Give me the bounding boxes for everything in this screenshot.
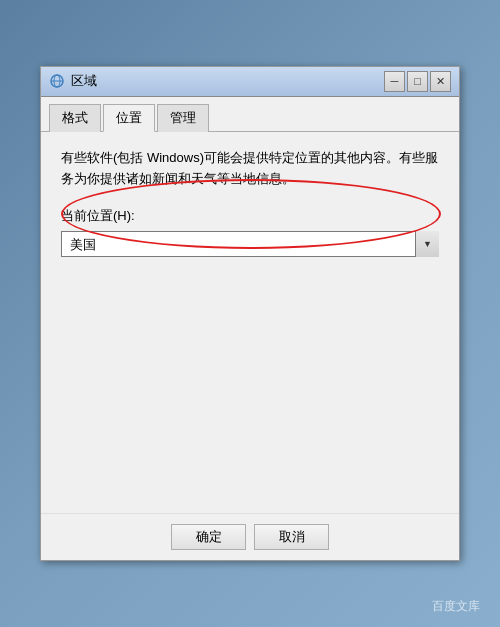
cancel-button[interactable]: 取消 xyxy=(254,524,329,550)
field-label: 当前位置(H): xyxy=(61,207,439,225)
tab-format[interactable]: 格式 xyxy=(49,104,101,132)
ok-button[interactable]: 确定 xyxy=(171,524,246,550)
location-select[interactable]: 美国 中国 日本 德国 法国 英国 xyxy=(61,231,439,257)
watermark: 百度文库 xyxy=(432,598,480,615)
window-icon xyxy=(49,73,65,89)
window-controls: ─ □ ✕ xyxy=(384,71,451,92)
tabs-bar: 格式 位置 管理 xyxy=(41,97,459,132)
tab-location[interactable]: 位置 xyxy=(103,104,155,132)
close-button[interactable]: ✕ xyxy=(430,71,451,92)
window-title: 区域 xyxy=(71,72,384,90)
empty-area xyxy=(61,257,439,497)
title-bar: 区域 ─ □ ✕ xyxy=(41,67,459,97)
footer-bar: 确定 取消 xyxy=(41,513,459,560)
region-dialog: 区域 ─ □ ✕ 格式 位置 管理 有些软件(包括 Windows)可能会提供特… xyxy=(40,66,460,562)
maximize-button[interactable]: □ xyxy=(407,71,428,92)
location-select-wrapper: 美国 中国 日本 德国 法国 英国 ▼ xyxy=(61,231,439,257)
tab-admin[interactable]: 管理 xyxy=(157,104,209,132)
tab-content: 有些软件(包括 Windows)可能会提供特定位置的其他内容。有些服务为你提供诸… xyxy=(41,132,459,514)
minimize-button[interactable]: ─ xyxy=(384,71,405,92)
description-text: 有些软件(包括 Windows)可能会提供特定位置的其他内容。有些服务为你提供诸… xyxy=(61,148,439,190)
